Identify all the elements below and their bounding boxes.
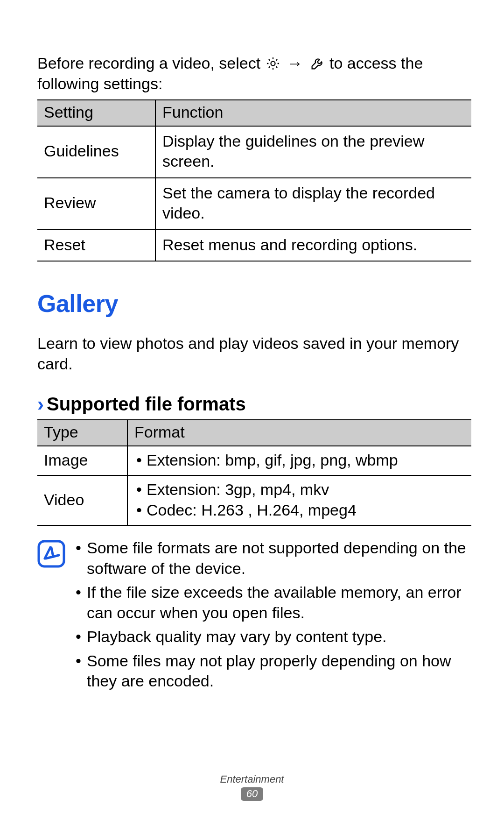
footer-section-label: Entertainment <box>0 773 504 785</box>
table-header-row: Setting Function <box>37 100 471 126</box>
table-header-row: Type Format <box>37 420 471 446</box>
svg-rect-1 <box>39 541 64 566</box>
format-cell: Extension: bmp, gif, jpg, png, wbmp <box>127 446 471 476</box>
format-cell: Extension: 3gp, mp4, mkv Codec: H.263 , … <box>127 475 471 525</box>
page-number-badge: 60 <box>241 787 263 801</box>
col-type-header: Type <box>37 420 127 446</box>
col-setting-header: Setting <box>37 100 155 126</box>
manual-page: Before recording a video, select → to ac… <box>0 0 504 827</box>
list-item: If the file size exceeds the available m… <box>74 582 471 623</box>
settings-table: Setting Function Guidelines Display the … <box>37 99 471 262</box>
list-item: Extension: bmp, gif, jpg, png, wbmp <box>134 450 467 471</box>
note-list: Some file formats are not supported depe… <box>74 538 471 695</box>
gear-icon <box>265 56 281 71</box>
table-row: Video Extension: 3gp, mp4, mkv Codec: H.… <box>37 475 471 525</box>
formats-table: Type Format Image Extension: bmp, gif, j… <box>37 419 471 526</box>
setting-name: Guidelines <box>37 126 155 178</box>
table-row: Guidelines Display the guidelines on the… <box>37 126 471 178</box>
setting-function: Set the camera to display the recorded v… <box>155 178 471 230</box>
svg-point-0 <box>271 61 275 65</box>
note-block: Some file formats are not supported depe… <box>37 538 471 695</box>
list-item: Playback quality may vary by content typ… <box>74 627 471 647</box>
intro-paragraph: Before recording a video, select → to ac… <box>37 53 471 94</box>
list-item: Some file formats are not supported depe… <box>74 538 471 579</box>
format-list: Extension: bmp, gif, jpg, png, wbmp <box>134 450 467 471</box>
setting-name: Reset <box>37 230 155 262</box>
list-item: Some files may not play properly dependi… <box>74 651 471 692</box>
wrench-icon <box>309 56 325 71</box>
page-footer: Entertainment 60 <box>0 773 504 801</box>
list-item: Extension: 3gp, mp4, mkv <box>134 480 467 500</box>
list-item: Codec: H.263 , H.264, mpeg4 <box>134 500 467 521</box>
section-lead: Learn to view photos and play videos sav… <box>37 333 471 374</box>
setting-function: Display the guidelines on the preview sc… <box>155 126 471 178</box>
table-row: Review Set the camera to display the rec… <box>37 178 471 230</box>
col-function-header: Function <box>155 100 471 126</box>
table-row: Reset Reset menus and recording options. <box>37 230 471 262</box>
intro-text-1: Before recording a video, select <box>37 54 265 72</box>
table-row: Image Extension: bmp, gif, jpg, png, wbm… <box>37 446 471 476</box>
format-list: Extension: 3gp, mp4, mkv Codec: H.263 , … <box>134 480 467 520</box>
setting-function: Reset menus and recording options. <box>155 230 471 262</box>
chevron-right-icon: › <box>37 395 44 414</box>
note-icon <box>37 540 65 568</box>
subsection-heading: › Supported file formats <box>37 394 471 415</box>
section-title-gallery: Gallery <box>37 290 471 318</box>
format-type: Video <box>37 475 127 525</box>
col-format-header: Format <box>127 420 471 446</box>
subsection-title: Supported file formats <box>47 394 246 415</box>
format-type: Image <box>37 446 127 476</box>
setting-name: Review <box>37 178 155 230</box>
arrow-glyph: → <box>285 53 305 74</box>
